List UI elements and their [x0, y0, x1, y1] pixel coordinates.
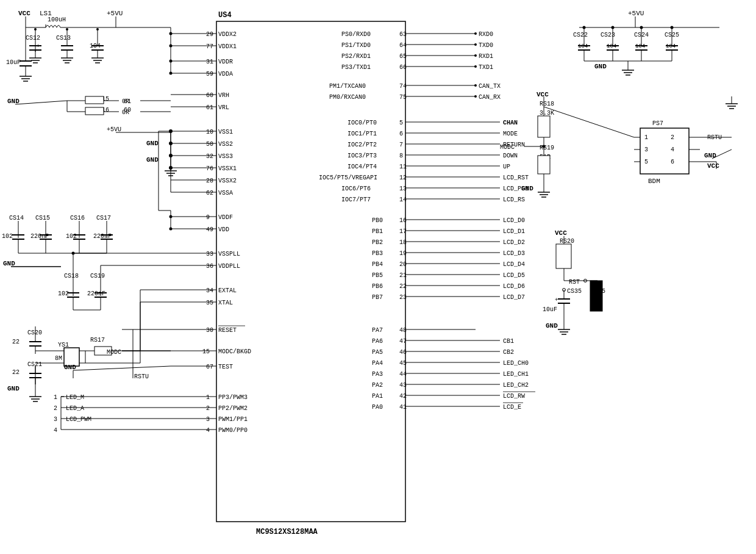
cs20-label: CS20: [27, 329, 42, 336]
pin-77: 77: [206, 43, 213, 50]
sig-led-ch2: LED_CH2: [503, 382, 529, 389]
pin-pa1: PA1: [372, 393, 383, 400]
cs35-label: CS35: [567, 288, 582, 295]
pin-75: 75: [399, 94, 407, 101]
pin-28: 28: [206, 178, 213, 184]
c102-3-label: 102: [58, 290, 69, 297]
ls1-value: 100uH: [48, 16, 66, 23]
pin-pp2pwm2: PP2/PWM2: [218, 405, 248, 412]
sig-led-ch0: LED_CH0: [503, 360, 529, 367]
dot-txd1: [474, 65, 477, 68]
pin-62: 62: [206, 190, 213, 196]
pin-vss1: VSS1: [218, 129, 233, 135]
sig-rxd1: RXD1: [479, 53, 493, 60]
led-a-label: LED_A: [66, 405, 84, 412]
pin-pb6: PB6: [372, 283, 383, 290]
lcd-pwm-label: LCD_PWM: [66, 416, 91, 423]
pin-test: TEST: [218, 364, 233, 370]
pin-59: 59: [206, 71, 213, 77]
pin-pa5: PA5: [372, 349, 383, 356]
pin-ioc1pt1: IOC1/PT1: [348, 131, 377, 137]
c104-1-label: 104: [90, 43, 101, 49]
cs16-label: CS16: [70, 215, 85, 221]
cs14-label: CS14: [9, 215, 24, 221]
pin-vddx1: VDDX1: [218, 43, 237, 50]
pin-13: 13: [399, 185, 407, 192]
pin-extal: EXTAL: [218, 287, 237, 294]
pin-ps2rxd1: PS2/RXD1: [341, 53, 371, 60]
ps7-pin3: 3: [644, 146, 648, 153]
cs22-label: CS22: [573, 32, 588, 38]
svg-rect-198: [538, 116, 550, 137]
sig-rxd0: RXD0: [479, 31, 493, 38]
c220nf-1-label: 220nF: [30, 233, 49, 240]
cs35-value: 10uF: [543, 306, 557, 313]
pin-ioc5pt5vregapi: IOC5/PT5/VREGAPI: [319, 174, 377, 181]
pin-76: 76: [206, 165, 213, 172]
pin-pwm1pp1: PWM1/PP1: [218, 416, 248, 423]
pin-pm0rxcan0: PM0/RXCAN0: [329, 94, 366, 101]
pin-60: 60: [206, 92, 213, 99]
pin-pwm0pp0: PWM0/PP0: [218, 427, 248, 434]
gnd-label-ps7-top: GND: [704, 152, 716, 159]
cs23-val: 104: [607, 43, 616, 49]
sig-lcd-e: LCD_E: [503, 404, 521, 411]
pin-65: 65: [399, 53, 407, 60]
pin-label-1: 1: [54, 394, 57, 401]
pin-43: 43: [399, 382, 407, 389]
sig-chan: CHAN: [503, 120, 518, 126]
pin-45: 45: [399, 360, 407, 367]
svg-rect-0: [216, 21, 405, 522]
pin-pp3pwm3: PP3/PWM3: [218, 394, 248, 401]
rs18-value: 3.3K: [540, 110, 554, 117]
rstu-label-left: RSTU: [134, 373, 149, 380]
pin-ioc6pt6: IOC6/PT6: [341, 185, 371, 192]
pin-8: 8: [399, 153, 403, 159]
5vu-label-mid: +5VU: [107, 126, 121, 133]
pin-ps3txd1: PS3/TXD1: [341, 64, 371, 71]
vcc-label-rs20: VCC: [555, 229, 567, 237]
sb5-symbol: [590, 281, 602, 311]
pin-47: 47: [399, 338, 407, 345]
pin-29: 29: [206, 31, 213, 38]
svg-rect-225: [556, 244, 571, 268]
pin-21: 21: [399, 272, 407, 279]
cs19-label: CS19: [90, 273, 105, 279]
pin-vrl: VRL: [218, 104, 229, 111]
sig-lcd-d7: LCD_D7: [503, 294, 525, 301]
pin-modc-bkgd: MODC/BKGD: [218, 348, 251, 355]
pin-35: 35: [206, 300, 213, 306]
pin-48: 48: [399, 327, 407, 334]
pin-pa3: PA3: [372, 371, 383, 378]
pin-pm1txcan0: PM1/TXCAN0: [329, 83, 366, 90]
pin-18: 18: [399, 239, 407, 246]
pin-xtal: XTAL: [218, 300, 233, 306]
c102-2-label: 102: [66, 233, 77, 240]
dot-vddr: [169, 60, 173, 63]
pin-pb7: PB7: [372, 294, 383, 301]
pin-3: 3: [206, 416, 210, 423]
pin-pb1: PB1: [372, 228, 383, 235]
ps7-label: PS7: [652, 120, 663, 127]
pin-36: 36: [206, 263, 213, 270]
sig-cb2: CB2: [503, 349, 514, 356]
pin-9: 9: [206, 214, 210, 221]
pin-vddpll: VDDPLL: [218, 263, 240, 270]
sig-lcd-d4: LCD_D4: [503, 261, 525, 268]
pin-vss2: VSS2: [218, 141, 233, 148]
pin-44: 44: [399, 371, 407, 378]
pin-14: 14: [399, 196, 407, 203]
dot-vdda: [169, 72, 173, 75]
sig-led-ch1: LED_CH1: [503, 371, 529, 378]
cs22-val: 104: [578, 43, 588, 49]
pin-pa4: PA4: [372, 360, 383, 367]
cs18-label: CS18: [64, 273, 79, 279]
svg-rect-97: [85, 107, 104, 115]
sig-can-tx: CAN_TX: [479, 83, 501, 90]
gnd-label-vss2: GND: [146, 156, 159, 164]
ps7-pin4: 4: [671, 146, 674, 153]
rs20-label: RS20: [560, 238, 574, 245]
svg-line-99: [15, 101, 67, 104]
pin-17: 17: [399, 228, 407, 235]
dot-rxd1: [474, 54, 477, 57]
